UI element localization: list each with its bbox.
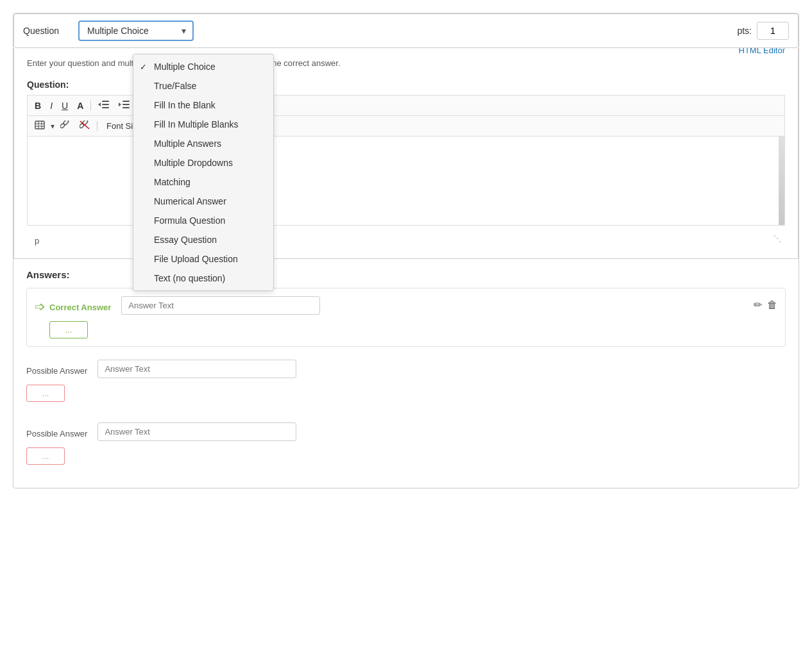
correct-answer-actions: ✏ 🗑: [754, 299, 777, 311]
correct-answer-sub-button[interactable]: ...: [49, 321, 88, 338]
question-card: Question Multiple Choice Multiple Choice…: [13, 13, 799, 488]
svg-rect-6: [123, 107, 130, 108]
dropdown-item-multiple-dropdowns[interactable]: Multiple Dropdowns: [133, 153, 273, 172]
dropdown-item-matching[interactable]: Matching: [133, 172, 273, 192]
table-button[interactable]: [31, 119, 48, 133]
resize-handle[interactable]: ⋱: [774, 234, 784, 243]
possible-answer-1-sub-btn-row: ...: [26, 385, 778, 402]
correct-answer-input[interactable]: [121, 296, 320, 315]
dropdown-item-fill-multiple[interactable]: Fill In Multiple Blanks: [133, 115, 273, 134]
question-header: Question Multiple Choice Multiple Choice…: [13, 13, 799, 48]
question-label: Question: [23, 26, 68, 36]
link-button[interactable]: [57, 119, 74, 133]
question-type-dropdown: Multiple Choice True/False Fill In the B…: [133, 54, 274, 291]
possible-answer-1-label-input: Possible Answer: [26, 360, 778, 378]
editor-tag: p: [28, 233, 46, 248]
svg-rect-20: [35, 121, 44, 129]
svg-rect-5: [123, 104, 130, 105]
dropdown-item-multiple-answers[interactable]: Multiple Answers: [133, 134, 273, 153]
toolbar-sep-1: [90, 101, 91, 111]
pts-label: pts:: [737, 26, 752, 36]
scrollbar[interactable]: [779, 137, 784, 225]
svg-marker-7: [119, 103, 121, 106]
dropdown-item-numerical[interactable]: Numerical Answer: [133, 192, 273, 211]
possible-answer-1-inner: Possible Answer ...: [26, 360, 778, 402]
unlink-button[interactable]: [76, 119, 93, 133]
correct-answer-row: ➩ Correct Answer ... ✏ 🗑: [26, 288, 786, 347]
indent-button[interactable]: [115, 98, 133, 113]
edit-icon[interactable]: ✏: [754, 299, 762, 311]
correct-answer-sub-btn-row: ...: [49, 321, 754, 338]
correct-answer-label: Correct Answer: [49, 303, 111, 312]
page-wrapper: Question Multiple Choice Multiple Choice…: [0, 0, 812, 503]
possible-answer-1-row: Possible Answer ...: [26, 352, 786, 410]
question-type-button[interactable]: Multiple Choice: [78, 21, 194, 41]
svg-rect-1: [102, 104, 109, 105]
svg-rect-2: [102, 107, 109, 108]
dropdown-item-text-no-question[interactable]: Text (no question): [133, 269, 273, 288]
question-body: Enter your question and multiple choice …: [13, 48, 799, 259]
possible-answer-2-sub-btn-row: ...: [26, 447, 778, 465]
possible-answer-1-input[interactable]: [97, 360, 296, 378]
possible-answer-2-inner: Possible Answer ...: [26, 422, 778, 465]
svg-rect-0: [102, 101, 109, 102]
italic-button[interactable]: I: [47, 99, 56, 113]
question-type-select-wrapper: Multiple Choice Multiple Choice True/Fal…: [78, 21, 194, 41]
svg-rect-4: [123, 101, 130, 102]
possible-answer-2-sub-button[interactable]: ...: [26, 447, 65, 465]
correct-answer-label-input: Correct Answer: [49, 296, 754, 315]
possible-answer-2-label-input: Possible Answer: [26, 422, 778, 441]
delete-icon[interactable]: 🗑: [767, 299, 777, 311]
table-arrow: ▾: [51, 122, 55, 131]
dropdown-item-fill-blank[interactable]: Fill In the Blank: [133, 96, 273, 115]
possible-answer-2-input[interactable]: [97, 422, 296, 441]
correct-answer-inner: Correct Answer ...: [49, 296, 754, 338]
svg-marker-3: [98, 103, 101, 106]
possible-answer-1-sub-button[interactable]: ...: [26, 385, 65, 402]
pts-input[interactable]: [757, 22, 789, 40]
dropdown-item-essay[interactable]: Essay Question: [133, 230, 273, 249]
possible-answer-2-row: Possible Answer ...: [26, 415, 786, 472]
dropdown-item-formula[interactable]: Formula Question: [133, 211, 273, 230]
possible-answer-1-label: Possible Answer: [26, 366, 87, 376]
outdent-button[interactable]: [95, 98, 113, 113]
color-button[interactable]: A: [74, 99, 87, 113]
dropdown-item-true-false[interactable]: True/False: [133, 76, 273, 96]
answers-section: Answers: ➩ Correct Answer ... ✏ 🗑: [13, 259, 799, 488]
underline-button[interactable]: U: [58, 99, 71, 113]
dropdown-item-multiple-choice[interactable]: Multiple Choice: [133, 57, 273, 76]
correct-answer-arrow-icon: ➩: [35, 299, 46, 314]
bold-button[interactable]: B: [31, 99, 44, 113]
toolbar-sep-2: [97, 121, 97, 131]
dropdown-item-file-upload[interactable]: File Upload Question: [133, 249, 273, 269]
possible-answer-2-label: Possible Answer: [26, 429, 87, 438]
